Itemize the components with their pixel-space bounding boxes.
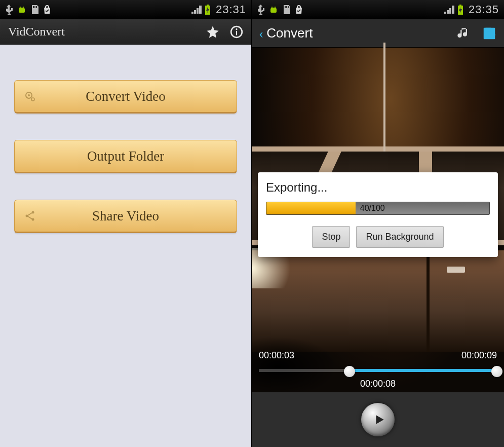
shop-bag-icon <box>294 5 303 14</box>
svg-rect-27 <box>489 28 491 31</box>
timeline-labels: 00:00:03 00:00:09 <box>259 350 497 361</box>
output-folder-button[interactable]: Output Folder <box>14 140 237 173</box>
status-bar: 23:31 <box>0 0 251 19</box>
stop-button[interactable]: Stop <box>312 226 350 248</box>
progress-fill <box>266 202 356 214</box>
battery-charging-icon <box>205 5 211 15</box>
dialog-title: Exporting... <box>266 180 490 195</box>
main-menu: Convert Video Output Folder Share Video <box>0 45 251 447</box>
svg-rect-22 <box>288 6 289 8</box>
svg-rect-0 <box>19 8 25 13</box>
svg-point-2 <box>23 7 24 8</box>
screen-main: 23:31 VidConvert Convert Video <box>0 0 252 447</box>
timeline-thumb-label: 00:00:08 <box>360 379 396 389</box>
battery-charging-icon <box>457 5 463 15</box>
button-label: Output Folder <box>45 148 206 164</box>
timeline-track[interactable] <box>259 369 497 372</box>
svg-point-13 <box>31 98 34 101</box>
star-icon[interactable] <box>206 25 220 39</box>
convert-app-bar: ‹ Convert <box>252 19 504 48</box>
svg-point-1 <box>20 7 21 8</box>
svg-rect-21 <box>286 6 287 8</box>
play-icon <box>373 413 386 426</box>
timeline-selection <box>344 369 497 372</box>
svg-rect-5 <box>36 6 37 8</box>
svg-point-18 <box>272 7 273 8</box>
progress-text: 40/100 <box>360 204 385 213</box>
info-icon[interactable] <box>230 25 243 39</box>
svg-rect-9 <box>236 30 237 35</box>
back-button[interactable]: ‹ Convert <box>259 25 313 41</box>
android-debug-icon <box>17 5 26 14</box>
svg-rect-20 <box>285 6 286 8</box>
convert-video-button[interactable]: Convert Video <box>14 80 237 114</box>
app-title: VidConvert <box>8 25 65 39</box>
music-note-icon[interactable] <box>456 26 471 41</box>
signal-icon <box>444 6 454 14</box>
usb-icon <box>5 5 13 15</box>
export-dialog: Exporting... 40/100 Stop Run Background <box>258 172 498 257</box>
app-bar: VidConvert <box>0 19 251 45</box>
export-progress-bar: 40/100 <box>266 202 490 215</box>
button-label: Share Video <box>45 208 206 224</box>
timeline-thumb-end[interactable] <box>491 366 502 377</box>
svg-point-10 <box>236 28 237 29</box>
status-clock: 23:31 <box>216 3 246 16</box>
svg-rect-6 <box>207 5 209 6</box>
svg-point-19 <box>275 7 276 8</box>
svg-rect-3 <box>33 6 34 8</box>
svg-point-12 <box>28 94 30 96</box>
usb-icon <box>257 5 265 15</box>
status-bar: 23:35 <box>252 0 504 19</box>
screen-convert: 23:35 ‹ Convert <box>252 0 504 447</box>
svg-rect-4 <box>34 6 35 8</box>
svg-rect-23 <box>459 5 461 6</box>
svg-rect-17 <box>270 8 277 13</box>
share-icon <box>24 210 36 222</box>
page-title: Convert <box>266 25 313 41</box>
video-preview: Exporting... 40/100 Stop Run Background … <box>252 48 504 392</box>
sd-card-icon <box>30 5 38 14</box>
time-end: 00:00:09 <box>461 350 497 361</box>
signal-icon <box>191 6 202 14</box>
gear-icon <box>24 90 36 102</box>
sd-card-icon <box>282 5 290 14</box>
chevron-left-icon: ‹ <box>259 26 263 41</box>
android-debug-icon <box>269 5 278 14</box>
time-current: 00:00:03 <box>259 350 294 361</box>
play-button[interactable] <box>361 403 395 436</box>
share-video-button[interactable]: Share Video <box>14 200 237 233</box>
save-icon[interactable] <box>482 26 497 41</box>
status-clock: 23:35 <box>469 3 499 16</box>
shop-bag-icon <box>43 5 52 14</box>
button-label: Convert Video <box>45 89 206 104</box>
player-control-bar <box>252 392 504 447</box>
run-background-button[interactable]: Run Background <box>356 226 443 248</box>
